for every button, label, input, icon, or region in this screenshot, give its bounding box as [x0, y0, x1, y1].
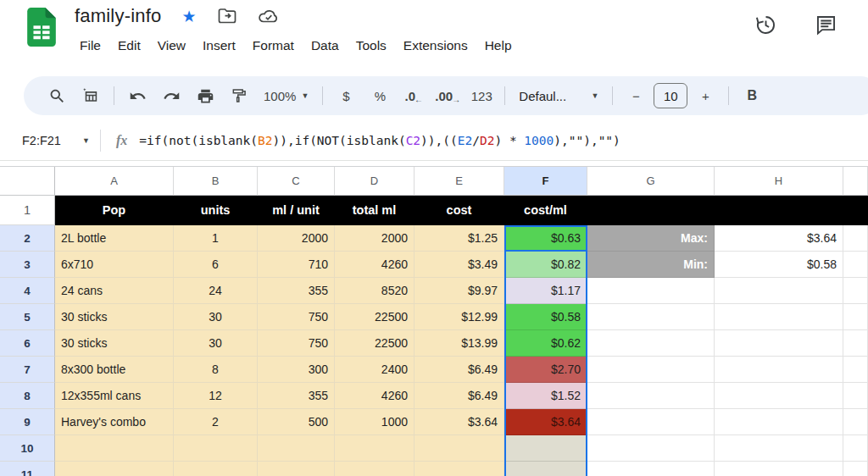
cell-D9[interactable]: 1000	[335, 409, 415, 435]
cell-D2[interactable]: 2000	[335, 225, 415, 252]
version-history-icon[interactable]	[754, 14, 777, 36]
cell-B2[interactable]: 1	[174, 225, 258, 252]
cell-H1[interactable]	[715, 196, 843, 225]
redo-icon[interactable]	[155, 81, 187, 110]
cell-D5[interactable]: 22500	[335, 304, 415, 330]
row-header-7[interactable]: 7	[0, 357, 55, 383]
cell-H8[interactable]	[715, 383, 843, 409]
cell-G6[interactable]	[587, 330, 715, 357]
cell-A10[interactable]	[55, 435, 174, 462]
cell-filler-3[interactable]	[843, 252, 868, 278]
cell-E4[interactable]: $9.97	[415, 278, 504, 304]
cell-A4[interactable]: 24 cans	[55, 278, 174, 304]
increase-font-size-button[interactable]: +	[689, 81, 721, 110]
row-header-10[interactable]: 10	[0, 435, 55, 462]
paint-format-icon[interactable]	[223, 81, 255, 110]
percent-format-button[interactable]: %	[364, 81, 396, 110]
cell-F8[interactable]: $1.52	[504, 383, 587, 409]
cell-D3[interactable]: 4260	[335, 252, 415, 278]
cell-F3[interactable]: $0.82	[504, 252, 587, 278]
cell-G1[interactable]	[587, 196, 715, 225]
cell-D6[interactable]: 22500	[335, 330, 415, 357]
cell-A9[interactable]: Harvey's combo	[55, 409, 174, 435]
cell-filler-2[interactable]	[843, 225, 868, 252]
cell-E1[interactable]: cost	[415, 196, 504, 225]
cell-F4[interactable]: $1.17	[504, 278, 587, 304]
cell-A3[interactable]: 6x710	[55, 252, 174, 278]
cell-filler-10[interactable]	[843, 435, 868, 462]
menu-item-tools[interactable]: Tools	[349, 36, 393, 56]
move-folder-icon[interactable]	[217, 6, 237, 26]
cell-D11[interactable]	[335, 462, 415, 476]
cell-C11[interactable]	[258, 462, 335, 476]
decrease-font-size-button[interactable]: −	[620, 81, 652, 110]
cell-B6[interactable]: 30	[174, 330, 258, 357]
cell-H11[interactable]	[715, 462, 843, 476]
cell-D10[interactable]	[335, 435, 415, 462]
cell-E7[interactable]: $6.49	[415, 357, 504, 383]
cell-G5[interactable]	[587, 304, 715, 330]
cell-A1[interactable]: Pop	[55, 196, 174, 225]
cell-G3[interactable]: Min:	[587, 252, 715, 278]
cell-E2[interactable]: $1.25	[415, 225, 504, 252]
cell-G11[interactable]	[587, 462, 715, 476]
cell-E6[interactable]: $13.99	[415, 330, 504, 357]
cell-D4[interactable]: 8520	[335, 278, 415, 304]
cell-filler-4[interactable]	[843, 278, 868, 304]
document-title[interactable]: family-info	[75, 5, 161, 27]
row-header-4[interactable]: 4	[0, 278, 55, 304]
cell-H5[interactable]	[715, 304, 843, 330]
cell-F9[interactable]: $3.64	[504, 409, 587, 435]
cell-C9[interactable]: 500	[258, 409, 335, 435]
cell-B5[interactable]: 30	[174, 304, 258, 330]
menu-item-file[interactable]: File	[73, 36, 108, 56]
column-header-A[interactable]: A	[55, 167, 174, 196]
zoom-dropdown[interactable]: 100% ▼	[257, 81, 315, 110]
cell-B11[interactable]	[174, 462, 258, 476]
cell-H10[interactable]	[715, 435, 843, 462]
cell-C2[interactable]: 2000	[258, 225, 335, 252]
row-header-6[interactable]: 6	[0, 330, 55, 357]
cell-F6[interactable]: $0.62	[504, 330, 587, 357]
cell-filler-5[interactable]	[843, 304, 868, 330]
cell-filler-1[interactable]	[843, 196, 868, 225]
cell-F1[interactable]: cost/ml	[504, 196, 587, 225]
cell-F10[interactable]	[504, 435, 587, 462]
star-icon[interactable]: ★	[181, 8, 196, 25]
cell-C6[interactable]: 750	[258, 330, 335, 357]
cell-B3[interactable]: 6	[174, 252, 258, 278]
cell-G8[interactable]	[587, 383, 715, 409]
currency-format-button[interactable]: $	[330, 81, 362, 110]
cell-C1[interactable]: ml / unit	[258, 196, 335, 225]
cell-C5[interactable]: 750	[258, 304, 335, 330]
menu-item-view[interactable]: View	[151, 36, 192, 56]
cell-C3[interactable]: 710	[258, 252, 335, 278]
cloud-saved-icon[interactable]	[258, 6, 280, 26]
cell-A7[interactable]: 8x300 bottle	[55, 357, 174, 383]
bold-button[interactable]: B	[736, 81, 768, 110]
cell-A5[interactable]: 30 sticks	[55, 304, 174, 330]
column-header-E[interactable]: E	[415, 167, 504, 196]
cell-B9[interactable]: 2	[174, 409, 258, 435]
row-header-2[interactable]: 2	[0, 225, 55, 252]
row-header-8[interactable]: 8	[0, 383, 55, 409]
cell-D7[interactable]: 2400	[335, 357, 415, 383]
cell-B4[interactable]: 24	[174, 278, 258, 304]
cell-E10[interactable]	[415, 435, 504, 462]
column-header-B[interactable]: B	[174, 167, 258, 196]
cell-C7[interactable]: 300	[258, 357, 335, 383]
cell-B7[interactable]: 8	[174, 357, 258, 383]
cell-G9[interactable]	[587, 409, 715, 435]
cell-H7[interactable]	[715, 357, 843, 383]
cell-B10[interactable]	[174, 435, 258, 462]
cell-F7[interactable]: $2.70	[504, 357, 587, 383]
cell-F11[interactable]	[504, 462, 587, 476]
column-header-D[interactable]: D	[335, 167, 415, 196]
row-header-11[interactable]: 11	[0, 462, 55, 476]
cell-G10[interactable]	[587, 435, 715, 462]
menu-item-help[interactable]: Help	[478, 36, 519, 56]
decrease-decimal-button[interactable]: .0←	[398, 81, 430, 110]
comments-icon[interactable]	[815, 14, 837, 36]
menu-item-extensions[interactable]: Extensions	[397, 36, 475, 56]
select-all-corner[interactable]	[0, 167, 55, 196]
